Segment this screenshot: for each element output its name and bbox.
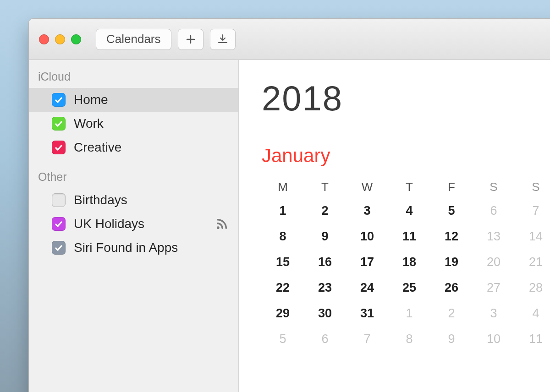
day-cell[interactable]: 30 xyxy=(304,300,346,326)
day-cell[interactable]: 31 xyxy=(346,300,388,326)
day-cell[interactable]: 20 xyxy=(473,249,515,275)
check-icon xyxy=(55,220,63,228)
month-grid: MTWTFSS123456789101112131415161718192021… xyxy=(262,176,550,352)
calendar-list-item[interactable]: Home xyxy=(29,88,238,112)
day-cell[interactable]: 18 xyxy=(388,249,430,275)
calendar-checkbox[interactable] xyxy=(52,193,66,207)
day-cell[interactable]: 1 xyxy=(388,300,430,326)
month-label: January xyxy=(262,145,550,167)
calendars-toggle-label: Calendars xyxy=(106,32,161,46)
day-cell[interactable]: 8 xyxy=(388,326,430,352)
day-cell[interactable]: 29 xyxy=(262,300,304,326)
day-cell[interactable]: 10 xyxy=(346,223,388,249)
calendar-item-label: Work xyxy=(74,116,230,131)
day-cell[interactable]: 25 xyxy=(388,275,430,300)
calendar-list-item[interactable]: Siri Found in Apps xyxy=(29,236,238,260)
calendar-list-item[interactable]: Work xyxy=(29,112,238,136)
download-tray-icon xyxy=(217,33,229,45)
day-cell[interactable]: 3 xyxy=(473,300,515,326)
day-cell[interactable]: 11 xyxy=(515,326,550,352)
day-cell[interactable]: 24 xyxy=(346,275,388,300)
day-cell[interactable]: 21 xyxy=(515,249,550,275)
day-cell[interactable]: 6 xyxy=(473,198,515,223)
calendar-item-label: UK Holidays xyxy=(74,217,230,231)
day-cell[interactable]: 16 xyxy=(304,249,346,275)
main-pane: 2018 January MTWTFSS12345678910111213141… xyxy=(239,60,550,392)
day-cell[interactable]: 15 xyxy=(262,249,304,275)
day-cell[interactable]: 19 xyxy=(430,249,473,275)
day-cell[interactable]: 23 xyxy=(304,275,346,300)
day-cell[interactable]: 22 xyxy=(262,275,304,300)
calendar-list-item[interactable]: Birthdays xyxy=(29,188,238,212)
day-cell[interactable]: 10 xyxy=(473,326,515,352)
day-cell[interactable]: 4 xyxy=(515,300,550,326)
day-cell[interactable]: 7 xyxy=(515,198,550,223)
day-cell[interactable]: 14 xyxy=(515,223,550,249)
day-cell[interactable]: 5 xyxy=(430,198,473,223)
plus-icon xyxy=(185,34,196,45)
day-cell[interactable]: 12 xyxy=(430,223,473,249)
day-cell[interactable]: 9 xyxy=(430,326,473,352)
check-icon xyxy=(55,96,63,104)
calendar-checkbox[interactable] xyxy=(52,117,66,131)
titlebar: Calendars xyxy=(29,19,550,60)
day-cell[interactable]: 1 xyxy=(262,198,304,223)
day-cell[interactable]: 8 xyxy=(262,223,304,249)
day-cell[interactable]: 13 xyxy=(473,223,515,249)
calendar-item-label: Siri Found in Apps xyxy=(74,240,230,255)
content-area: iCloudHomeWorkCreativeOtherBirthdaysUK H… xyxy=(29,60,550,392)
weekday-header: T xyxy=(304,176,346,198)
year-label: 2018 xyxy=(262,78,550,118)
calendar-list-item[interactable]: UK Holidays xyxy=(29,212,238,236)
weekday-header: S xyxy=(515,176,550,198)
day-cell[interactable]: 3 xyxy=(346,198,388,223)
add-event-button[interactable] xyxy=(178,29,204,50)
check-icon xyxy=(55,120,63,128)
calendar-checkbox[interactable] xyxy=(52,93,66,107)
sidebar-section-header: iCloud xyxy=(29,67,238,88)
day-cell[interactable]: 26 xyxy=(430,275,473,300)
calendar-checkbox[interactable] xyxy=(52,217,66,231)
svg-point-0 xyxy=(217,226,220,229)
day-cell[interactable]: 27 xyxy=(473,275,515,300)
day-cell[interactable]: 11 xyxy=(388,223,430,249)
sidebar: iCloudHomeWorkCreativeOtherBirthdaysUK H… xyxy=(29,60,239,392)
day-cell[interactable]: 5 xyxy=(262,326,304,352)
day-cell[interactable]: 2 xyxy=(304,198,346,223)
weekday-header: S xyxy=(473,176,515,198)
weekday-header: T xyxy=(388,176,430,198)
day-cell[interactable]: 4 xyxy=(388,198,430,223)
day-cell[interactable]: 17 xyxy=(346,249,388,275)
day-cell[interactable]: 7 xyxy=(346,326,388,352)
calendar-item-label: Home xyxy=(74,93,230,107)
inbox-button[interactable] xyxy=(210,29,236,50)
subscription-icon xyxy=(215,218,228,230)
close-window-button[interactable] xyxy=(39,34,49,44)
weekday-header: F xyxy=(430,176,473,198)
calendar-item-label: Creative xyxy=(74,140,230,155)
calendar-checkbox[interactable] xyxy=(52,141,66,154)
weekday-header: M xyxy=(262,176,304,198)
minimize-window-button[interactable] xyxy=(55,34,65,44)
calendars-toggle-button[interactable]: Calendars xyxy=(96,29,171,50)
check-icon xyxy=(55,244,63,252)
day-cell[interactable]: 2 xyxy=(430,300,473,326)
calendar-window: Calendars iCloudHomeWorkCreativeOtherBir… xyxy=(28,18,550,392)
sidebar-section-header: Other xyxy=(29,168,238,188)
check-icon xyxy=(55,143,63,152)
calendar-list-item[interactable]: Creative xyxy=(29,136,238,159)
calendar-item-label: Birthdays xyxy=(74,193,230,207)
weekday-header: W xyxy=(346,176,388,198)
calendar-checkbox[interactable] xyxy=(52,241,66,255)
zoom-window-button[interactable] xyxy=(71,34,81,44)
day-cell[interactable]: 28 xyxy=(515,275,550,300)
day-cell[interactable]: 9 xyxy=(304,223,346,249)
day-cell[interactable]: 6 xyxy=(304,326,346,352)
traffic-lights xyxy=(39,34,81,44)
